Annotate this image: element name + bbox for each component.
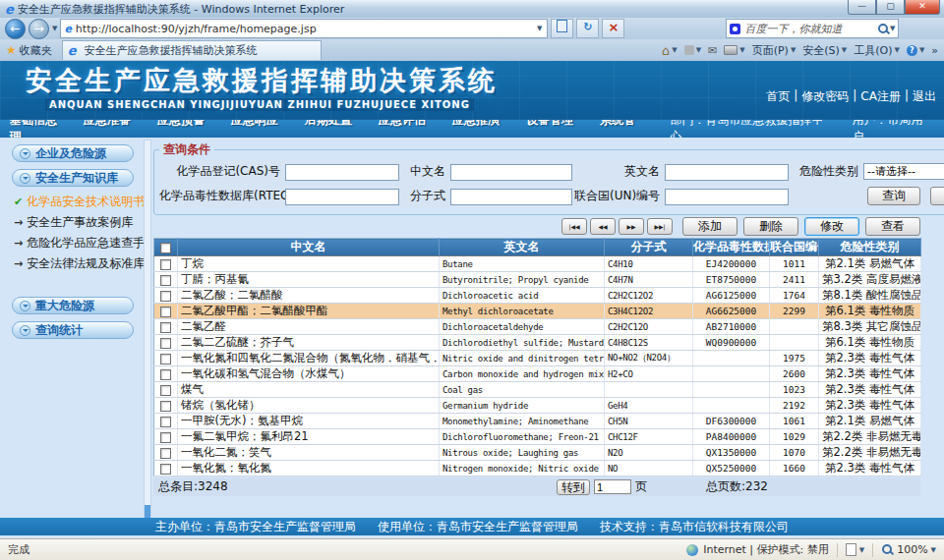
- sidebar-group[interactable]: 安全生产知识库: [12, 169, 134, 187]
- table-row[interactable]: 一氧化氮；氧化氮Nitrogen monoxide; Nitric oxideN…: [154, 461, 921, 476]
- cas-input[interactable]: [285, 164, 399, 181]
- maximize-button[interactable]: ▢: [876, 0, 905, 15]
- row-checkbox[interactable]: [160, 307, 171, 317]
- search-button[interactable]: 查询: [867, 187, 920, 205]
- compatibility-view-button[interactable]: [551, 19, 573, 38]
- recent-pages-dropdown-icon[interactable]: ▼: [52, 25, 57, 32]
- close-button[interactable]: ✕: [905, 0, 940, 15]
- minimize-button[interactable]: —: [848, 0, 876, 15]
- table-row[interactable]: 锗烷（氢化锗）Germanium hydrideGeH42192第2.3类 毒性…: [154, 398, 921, 414]
- first-page-button[interactable]: |◀◀: [561, 218, 587, 235]
- stop-button[interactable]: ×: [602, 19, 624, 38]
- table-row[interactable]: 煤气Coal gas1023第2.3类 毒性气体: [154, 382, 921, 398]
- header-link[interactable]: CA注册: [860, 88, 901, 105]
- row-checkbox[interactable]: [160, 432, 171, 443]
- row-checkbox[interactable]: [160, 259, 171, 270]
- header-link[interactable]: 修改密码: [801, 88, 849, 105]
- cell-un: 1070: [770, 445, 819, 461]
- cell-formula: H2+CO: [605, 366, 693, 382]
- feeds-button[interactable]: ▼: [684, 45, 701, 55]
- row-checkbox[interactable]: [160, 322, 171, 333]
- header-link[interactable]: 首页: [766, 88, 790, 105]
- table-row[interactable]: 一氧化碳和氢气混合物（水煤气）Carbon monoxide and hydro…: [154, 366, 921, 382]
- header-link[interactable]: 退出: [913, 88, 936, 105]
- safety-menu[interactable]: 安全(S)▼: [802, 43, 847, 58]
- next-page-button[interactable]: ▶▶: [619, 218, 644, 235]
- select-all-checkbox[interactable]: [160, 243, 171, 253]
- url-dropdown-icon[interactable]: ▼: [535, 25, 544, 32]
- modify-button[interactable]: 修改: [804, 217, 859, 236]
- row-checkbox[interactable]: [160, 291, 171, 302]
- zoom-icon[interactable]: [881, 543, 894, 556]
- row-checkbox[interactable]: [160, 385, 171, 396]
- search-box[interactable]: 百度一下，你就知道 ▼: [726, 19, 899, 38]
- zone-dropdown-icon[interactable]: ▼: [859, 546, 864, 554]
- table-row[interactable]: 丁腈；丙基氰Butyronitrile; Propyl cyanideC4H7N…: [154, 272, 921, 288]
- tools-menu[interactable]: 工具(O)▼: [854, 43, 900, 58]
- goto-page-button[interactable]: 转到: [557, 479, 590, 495]
- help-menu[interactable]: ?▼: [907, 45, 924, 56]
- table-row[interactable]: 一氟二氯甲烷；氟利昂21Dichlorofluoromethane; Freon…: [154, 429, 921, 445]
- hazard-class-select[interactable]: --请选择-- ▼: [863, 163, 944, 180]
- favorites-button[interactable]: 收藏夹: [20, 43, 52, 58]
- formula-input[interactable]: [450, 189, 572, 205]
- column-header[interactable]: 中文名: [178, 239, 440, 256]
- table-row[interactable]: 二氯乙醛DichloroacetaldehydeC2H2C12OAB271000…: [154, 319, 921, 335]
- row-checkbox[interactable]: [160, 338, 171, 349]
- column-header[interactable]: 化学品毒性数据...: [693, 239, 770, 256]
- browser-tab[interactable]: e 安全生产应急救援指挥辅助决策系统: [62, 40, 322, 60]
- read-mail-button[interactable]: ✉: [708, 44, 717, 57]
- table-row[interactable]: 二氯乙酸；二氯醋酸Dichloroacetic acidC2H2C12O2AG6…: [154, 288, 921, 304]
- sidebar-group[interactable]: 查询统计: [12, 321, 134, 339]
- column-header[interactable]: 英文名: [440, 239, 605, 256]
- print-button[interactable]: ▼: [724, 45, 744, 55]
- zoom-dropdown-icon[interactable]: ▼: [931, 546, 936, 554]
- page-menu[interactable]: 页面(P)▼: [752, 43, 796, 58]
- sidebar-group[interactable]: 企业及危险源: [12, 144, 134, 162]
- table-row[interactable]: 丁烷ButaneC4H10EJ42000001011第2.1类 易燃气体: [154, 256, 921, 272]
- reset-button[interactable]: 重置: [930, 187, 944, 205]
- sidebar-scrollbar[interactable]: [144, 140, 151, 520]
- more-commands-chevron[interactable]: »: [931, 44, 938, 57]
- column-header[interactable]: 危险性类别: [819, 239, 921, 256]
- table-row[interactable]: 一氧化二氮；笑气Nitrous oxide; Laughing gasN2OQX…: [154, 445, 921, 461]
- view-button[interactable]: 查看: [865, 217, 920, 236]
- row-checkbox[interactable]: [160, 417, 171, 427]
- cell-formula: C2H2C12O2: [605, 288, 693, 304]
- page-number-input[interactable]: [594, 479, 631, 494]
- delete-button[interactable]: 删除: [743, 217, 798, 236]
- home-button[interactable]: ⌂▼: [662, 43, 678, 58]
- sidebar-item[interactable]: ✔化学品安全技术说明书: [0, 192, 146, 212]
- sidebar-item[interactable]: →安全法律法规及标准库: [0, 253, 146, 274]
- table-row[interactable]: 一甲胺(无水)；氨基甲烷Monomethylamine; Aminomethan…: [154, 414, 921, 429]
- column-header[interactable]: 分子式: [605, 239, 693, 256]
- row-checkbox[interactable]: [160, 369, 171, 380]
- total-items-label: 总条目:3248: [158, 478, 228, 495]
- search-options-dropdown-icon[interactable]: ▼: [890, 25, 895, 32]
- row-checkbox[interactable]: [160, 354, 171, 364]
- search-placeholder: 百度一下，你就知道: [744, 22, 877, 36]
- back-button[interactable]: ←: [5, 19, 26, 39]
- sidebar-item[interactable]: →安全生产事故案例库: [0, 212, 146, 233]
- column-header[interactable]: 联合国编号: [770, 239, 819, 256]
- row-checkbox[interactable]: [160, 464, 171, 475]
- forward-button[interactable]: →: [29, 19, 49, 39]
- table-row[interactable]: 二氯二乙硫醚；芥子气Dichlorodiethyl sulfide; Musta…: [154, 335, 921, 351]
- row-checkbox[interactable]: [160, 401, 171, 412]
- row-checkbox[interactable]: [160, 448, 171, 459]
- table-row[interactable]: 二氯乙酸甲酯；二氯醋酸甲酯Methyl dichloroacetateC3H4C…: [154, 304, 921, 319]
- row-checkbox[interactable]: [160, 275, 171, 286]
- table-row[interactable]: 一氧化氮和四氧化二氮混合物（氮氧化物，硝基气，氧化氮气体）Nitric oxid…: [154, 351, 921, 366]
- add-button[interactable]: 添加: [682, 217, 738, 236]
- english-name-input[interactable]: [665, 164, 789, 181]
- chinese-name-input[interactable]: [450, 164, 572, 181]
- un-number-input[interactable]: [665, 189, 789, 205]
- sidebar-item[interactable]: →危险化学品应急速查手...: [0, 233, 146, 253]
- refresh-button[interactable]: ↻: [576, 19, 599, 38]
- prev-page-button[interactable]: ◀◀: [590, 218, 616, 235]
- last-page-button[interactable]: ▶▶|: [647, 218, 673, 235]
- rtecs-input[interactable]: [285, 189, 399, 205]
- sidebar-group[interactable]: 重大危险源: [12, 297, 134, 314]
- search-icon[interactable]: [877, 23, 890, 35]
- url-field[interactable]: e http://localhost:90/yjzh/frame/homepag…: [60, 19, 548, 38]
